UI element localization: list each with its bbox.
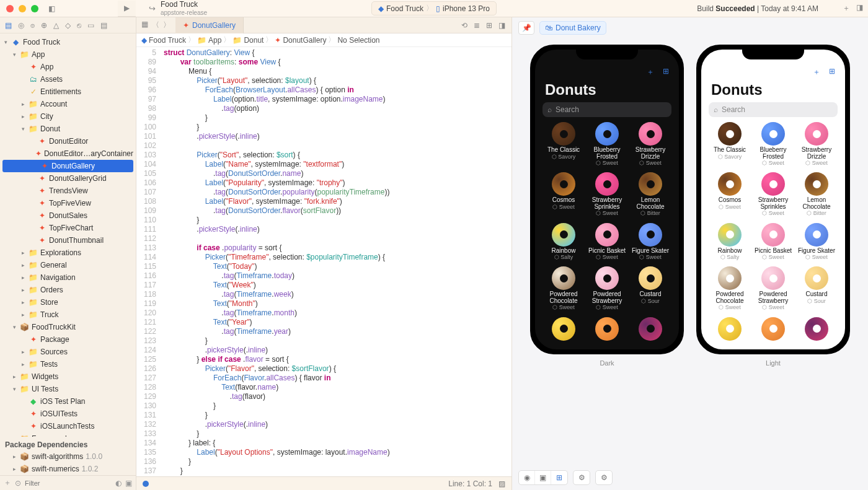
source-control-nav-icon[interactable]: ◎ (18, 21, 24, 30)
tree-item[interactable]: ▾◆Food Truck (0, 36, 136, 48)
tree-item[interactable]: ✦TopFiveChart (0, 222, 136, 234)
donut-item[interactable]: The Classic⬡ Savory (709, 122, 751, 168)
donut-item[interactable]: Blueberry Frosted⬡ Sweet (752, 122, 794, 168)
scm-filter-icon[interactable]: ▣ (125, 479, 132, 488)
preview-device-light[interactable]: ＋⊞ Donuts ⌕Search The Classic⬡ Savory Bl… (696, 45, 850, 354)
project-nav-icon[interactable]: ▤ (5, 21, 12, 30)
add-icon[interactable]: ＋ (4, 478, 11, 488)
tree-item[interactable]: ▸📁City (0, 110, 136, 123)
refresh-icon[interactable]: ⟲ (461, 21, 467, 30)
grid-icon[interactable]: ⊞ (829, 67, 835, 77)
grid-icon[interactable]: ⊞ (663, 67, 669, 77)
tree-item[interactable]: ✦Package (0, 333, 136, 346)
add-icon[interactable]: ＋ (813, 67, 820, 77)
variants-button[interactable]: ⊞ (551, 471, 567, 484)
breadcrumb-item[interactable]: Food Truck (149, 36, 186, 45)
tree-item[interactable]: ✦iOSUITests (0, 408, 136, 420)
donut-item[interactable] (709, 317, 751, 344)
navigator-selector[interactable]: ▤ ◎ ⌾ ⊕ △ ◇ ⎋ ▭ ▤ (0, 17, 136, 33)
tree-item[interactable]: ▸📁Account (0, 98, 136, 110)
tree-item[interactable]: ▸📁General (0, 259, 136, 271)
breadcrumb-item[interactable]: Donut (244, 36, 264, 45)
pin-preview-button[interactable]: 📌 (518, 21, 534, 35)
donut-item[interactable]: Powdered Strawberry⬡ Sweet (586, 266, 628, 313)
tree-item[interactable]: ▸📁Sources (0, 346, 136, 358)
close-window[interactable] (6, 5, 14, 12)
tree-item[interactable]: 🗂Assets (0, 73, 136, 85)
device-settings-button[interactable]: ⚙︎ (574, 471, 590, 484)
tree-item[interactable]: ✦DonutGalleryGrid (0, 172, 136, 185)
donut-item[interactable] (752, 317, 794, 344)
preview-device-dark[interactable]: ＋⊞ Donuts ⌕Search The Classic⬡ Savory Bl… (530, 45, 684, 354)
dependency-item[interactable]: ▸📦swift-algorithms 1.0.0 (0, 450, 136, 463)
filter-scope-icon[interactable]: ⊙ (15, 479, 21, 488)
test-nav-icon[interactable]: ◇ (65, 21, 71, 30)
issue-nav-icon[interactable]: △ (53, 21, 59, 30)
donut-item[interactable] (629, 317, 671, 344)
donut-item[interactable]: Custard⬡ Sour (795, 266, 838, 313)
toggle-navigator-icon[interactable]: ◧ (48, 4, 55, 13)
tree-item[interactable]: ▸📁Tests (0, 358, 136, 370)
live-button[interactable]: ◉ (519, 471, 535, 484)
donut-item[interactable] (542, 317, 585, 344)
preview-selector[interactable]: 🛍 Donut Bakery (539, 21, 606, 35)
add-editor-icon[interactable]: ⊞ (486, 21, 492, 30)
source-editor[interactable]: 5899495969798991001011021031041051061071… (136, 47, 512, 476)
related-items-icon[interactable]: ▦ (141, 20, 148, 30)
editor-layout-icon[interactable]: ◨ (498, 21, 505, 30)
tree-item[interactable]: ✦TrendsView (0, 185, 136, 197)
tree-item[interactable]: ▸📁Widgets (0, 370, 136, 383)
breadcrumb-item[interactable]: DonutGallery (283, 36, 326, 45)
tree-item[interactable]: ▾📦FoodTruckKit (0, 321, 136, 333)
search-field[interactable]: ⌕Search (709, 102, 838, 117)
donut-item[interactable]: Lemon Chocolate⬡ Bitter (629, 172, 671, 219)
donut-item[interactable]: Blueberry Frosted⬡ Sweet (586, 122, 628, 168)
donut-item[interactable] (586, 317, 628, 344)
toggle-inspector-icon[interactable]: ◨ (856, 3, 863, 14)
donut-item[interactable]: Powdered Strawberry⬡ Sweet (752, 266, 794, 313)
tree-item[interactable]: ▸📁Frameworks (0, 432, 136, 437)
scheme-selector[interactable]: ◆ Food Truck 〉 ▯ iPhone 13 Pro (371, 1, 497, 15)
branch-name[interactable]: appstore-release (161, 9, 207, 16)
tree-item[interactable]: ✦DonutGallery (2, 160, 133, 172)
tree-item[interactable]: ▸📁Navigation (0, 271, 136, 284)
tree-item[interactable]: ✦App (0, 61, 136, 73)
project-tree[interactable]: ▾◆Food Truck▾📁App✦App🗂Assets✓Entitlement… (0, 33, 136, 437)
tree-item[interactable]: ✓Entitlements (0, 85, 136, 98)
navigator-filter[interactable]: ＋ ⊙ ◐ ▣ (0, 475, 136, 490)
minimize-window[interactable] (19, 5, 26, 12)
donut-item[interactable]: Rainbow⬡ Salty (709, 223, 751, 263)
donut-item[interactable]: Strawberry Sprinkles⬡ Sweet (586, 172, 628, 219)
donut-item[interactable]: Powdered Chocolate⬡ Sweet (709, 266, 751, 313)
donut-item[interactable]: Figure Skater⬡ Sweet (629, 223, 671, 263)
preview-settings-button[interactable]: ⚙ (596, 471, 612, 484)
tree-item[interactable]: ▸📁Truck (0, 308, 136, 321)
selectable-button[interactable]: ▣ (535, 471, 551, 484)
search-field[interactable]: ⌕Search (542, 102, 671, 117)
window-traffic-lights[interactable] (6, 5, 38, 12)
donut-item[interactable]: Figure Skater⬡ Sweet (795, 223, 838, 263)
symbol-nav-icon[interactable]: ⌾ (30, 21, 35, 30)
minimap-icon[interactable]: ▨ (498, 479, 505, 488)
tree-item[interactable]: ▾📁App (0, 48, 136, 61)
filter-input[interactable] (25, 479, 112, 487)
donut-item[interactable]: Lemon Chocolate⬡ Bitter (795, 172, 838, 219)
tree-item[interactable]: ✦DonutEditor (0, 135, 136, 147)
donut-item[interactable]: Strawberry Drizzle⬡ Sweet (795, 122, 838, 168)
tree-item[interactable]: ✦TopFiveView (0, 197, 136, 209)
breadcrumb-item[interactable]: App (208, 36, 221, 45)
nav-forward-icon[interactable]: 〉 (163, 20, 170, 30)
jump-bar[interactable]: ◆ Food Truck〉📁 App〉📁 Donut〉✦ DonutGaller… (136, 33, 512, 47)
add-icon[interactable]: ＋ (647, 67, 654, 77)
donut-item[interactable]: Strawberry Sprinkles⬡ Sweet (752, 172, 794, 219)
add-button[interactable]: ＋ (843, 3, 850, 14)
donut-item[interactable]: Picnic Basket⬡ Sweet (752, 223, 794, 263)
run-button[interactable]: ▶ (118, 1, 136, 17)
donut-item[interactable]: Cosmos⬡ Sweet (709, 172, 751, 219)
donut-item[interactable]: Picnic Basket⬡ Sweet (586, 223, 628, 263)
donut-item[interactable]: The Classic⬡ Savory (542, 122, 585, 168)
tab-donutgallery[interactable]: ✦ DonutGallery (175, 17, 244, 33)
debug-nav-icon[interactable]: ⎋ (77, 21, 81, 30)
tree-item[interactable]: ✦DonutSales (0, 209, 136, 222)
tree-item[interactable]: ▾📁Donut (0, 123, 136, 135)
